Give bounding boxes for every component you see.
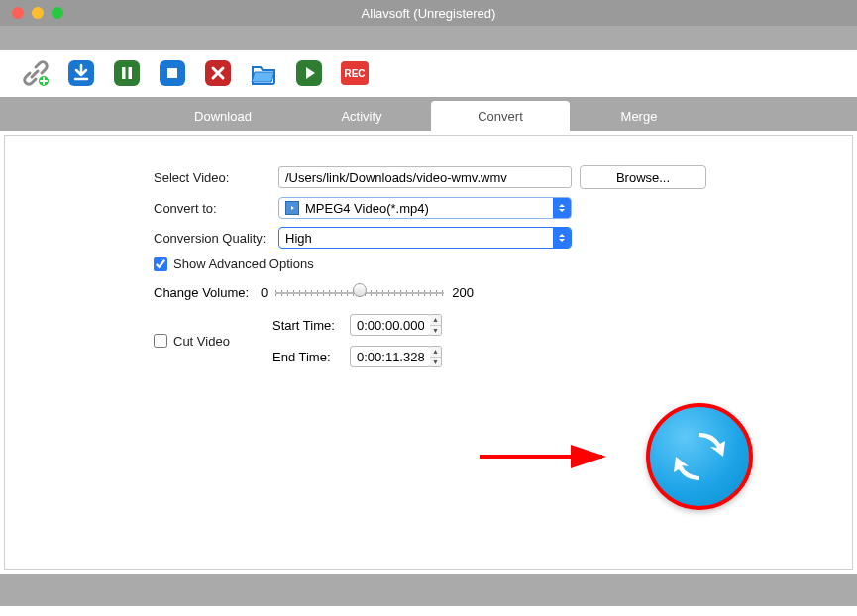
- start-time-input[interactable]: [350, 314, 431, 336]
- tab-activity[interactable]: Activity: [292, 101, 431, 131]
- volume-max: 200: [452, 285, 474, 300]
- paste-url-icon[interactable]: [22, 59, 50, 87]
- delete-icon[interactable]: [204, 59, 232, 87]
- tab-convert[interactable]: Convert: [431, 101, 570, 131]
- show-advanced-label: Show Advanced Options: [173, 257, 314, 271]
- convert-panel: Select Video: Browse... Convert to: MPEG…: [4, 135, 853, 570]
- svg-rect-6: [167, 68, 177, 78]
- stop-icon[interactable]: [159, 59, 186, 87]
- slider-thumb-icon[interactable]: [353, 283, 367, 297]
- tab-download[interactable]: Download: [154, 101, 292, 131]
- start-convert-button[interactable]: [646, 403, 753, 510]
- window-zoom-button[interactable]: [52, 7, 63, 19]
- open-folder-icon[interactable]: [250, 59, 277, 87]
- quality-label: Conversion Quality:: [154, 231, 278, 246]
- annotation-arrow-icon: [476, 445, 614, 468]
- window-close-button[interactable]: [12, 7, 24, 19]
- end-time-input[interactable]: [350, 346, 431, 367]
- browse-button[interactable]: Browse...: [580, 165, 706, 189]
- toolbar: REC: [0, 50, 857, 97]
- svg-rect-4: [129, 67, 133, 79]
- svg-rect-3: [122, 67, 126, 79]
- quality-select[interactable]: High: [278, 227, 572, 249]
- volume-slider[interactable]: [275, 286, 444, 300]
- bottom-bar: [0, 574, 857, 606]
- show-advanced-checkbox[interactable]: [154, 257, 167, 271]
- title-bar: Allavsoft (Unregistered): [0, 0, 857, 26]
- play-icon[interactable]: [295, 59, 323, 87]
- start-time-label: Start Time:: [272, 318, 342, 333]
- end-time-stepper[interactable]: ▲▼: [430, 346, 442, 367]
- tab-merge[interactable]: Merge: [570, 101, 708, 131]
- end-time-label: End Time:: [272, 350, 342, 364]
- volume-label: Change Volume:: [154, 285, 253, 300]
- video-format-icon: [285, 201, 299, 215]
- quality-value: High: [285, 231, 312, 246]
- chevron-updown-icon: [553, 198, 571, 218]
- start-time-stepper[interactable]: ▲▼: [430, 314, 442, 336]
- convert-to-select[interactable]: MPEG4 Video(*.mp4): [278, 197, 572, 219]
- select-video-label: Select Video:: [154, 170, 278, 185]
- pause-icon[interactable]: [113, 59, 141, 87]
- window-minimize-button[interactable]: [32, 7, 44, 19]
- record-button[interactable]: REC: [341, 61, 369, 85]
- convert-to-value: MPEG4 Video(*.mp4): [305, 201, 429, 216]
- volume-min: 0: [261, 285, 268, 300]
- select-video-input[interactable]: [278, 166, 572, 188]
- chevron-updown-icon: [553, 228, 571, 248]
- download-icon[interactable]: [67, 59, 95, 87]
- convert-refresh-icon: [670, 427, 729, 486]
- svg-rect-2: [114, 60, 140, 86]
- window-title: Allavsoft (Unregistered): [362, 6, 496, 21]
- cut-video-label: Cut Video: [173, 334, 230, 349]
- convert-to-label: Convert to:: [154, 201, 278, 216]
- tab-bar: Download Activity Convert Merge: [0, 97, 857, 131]
- cut-video-checkbox[interactable]: [154, 334, 167, 348]
